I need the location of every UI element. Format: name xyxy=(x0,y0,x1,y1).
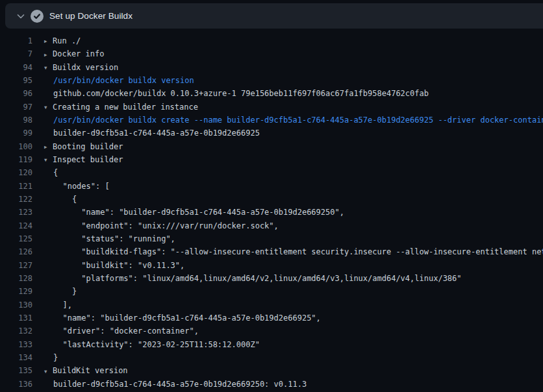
log-text: /usr/bin/docker buildx version xyxy=(53,76,194,85)
log-line: 96 github.com/docker/buildx 0.10.3+azure… xyxy=(0,87,543,100)
log-line: 128 "platforms": "linux/amd64,linux/amd6… xyxy=(0,272,543,285)
step-header[interactable]: Set up Docker Buildx xyxy=(5,3,543,29)
chevron-down-icon[interactable] xyxy=(16,11,26,21)
line-number[interactable]: 119 xyxy=(0,155,32,164)
log-text: "platforms": "linux/amd64,linux/amd64/v2… xyxy=(53,274,462,283)
check-circle-icon xyxy=(31,10,44,23)
step-title: Set up Docker Buildx xyxy=(49,11,133,21)
log-text: github.com/docker/buildx 0.10.3+azure-1 … xyxy=(53,89,429,98)
group-toggle[interactable]: ▶ Run ./ xyxy=(44,36,81,45)
log-line: 98 /usr/bin/docker buildx create --name … xyxy=(0,114,543,127)
group-toggle[interactable]: ▼ BuildKit version xyxy=(44,366,128,375)
log-line: 130 ], xyxy=(0,299,543,312)
line-number[interactable]: 132 xyxy=(0,326,32,336)
log-text: "name": "builder-d9cfb5a1-c764-445a-a57e… xyxy=(53,208,344,217)
log-text: "buildkit": "v0.11.3", xyxy=(53,261,184,270)
line-number[interactable]: 133 xyxy=(0,340,32,349)
log-line: 7 ▶ Docker info xyxy=(0,47,543,60)
line-number[interactable]: 130 xyxy=(0,300,32,310)
triangle-right-icon[interactable]: ▶ xyxy=(44,145,53,150)
log-text: BuildKit version xyxy=(53,366,128,375)
log-line: 136 builder-d9cfb5a1-c764-445a-a57e-0b19… xyxy=(0,378,543,391)
group-toggle[interactable]: ▼ Buildx version xyxy=(44,63,118,72)
line-number[interactable]: 121 xyxy=(0,182,32,191)
line-number[interactable]: 131 xyxy=(0,313,32,323)
triangle-down-icon[interactable]: ▼ xyxy=(44,158,53,163)
line-number[interactable]: 122 xyxy=(0,195,32,204)
log-text: Creating a new builder instance xyxy=(53,103,198,112)
log-line: 100 ▶ Booting builder xyxy=(0,140,543,153)
log-text: Booting builder xyxy=(53,142,123,151)
line-number[interactable]: 99 xyxy=(0,129,32,138)
log-text: Buildx version xyxy=(53,63,118,72)
log-line: 99 builder-d9cfb5a1-c764-445a-a57e-0b19d… xyxy=(0,127,543,140)
log-text: } xyxy=(53,353,58,362)
group-toggle[interactable]: ▼ Inspect builder xyxy=(44,155,123,164)
line-number[interactable]: 98 xyxy=(0,116,32,125)
line-number[interactable]: 97 xyxy=(0,103,32,112)
line-number[interactable]: 94 xyxy=(0,63,32,72)
line-number[interactable]: 125 xyxy=(0,234,32,243)
log-line: 134 } xyxy=(0,351,543,364)
actions-log-viewer: Set up Docker Buildx 1 ▶ Run ./ 7 ▶ Dock… xyxy=(0,0,543,392)
log-line: 123 "name": "builder-d9cfb5a1-c764-445a-… xyxy=(0,206,543,219)
triangle-right-icon[interactable]: ▶ xyxy=(44,39,53,44)
line-number[interactable]: 124 xyxy=(0,221,32,230)
line-number[interactable]: 128 xyxy=(0,274,32,283)
log-text: "buildkitd-flags": "--allow-insecure-ent… xyxy=(53,247,543,256)
log-line: 126 "buildkitd-flags": "--allow-insecure… xyxy=(0,245,543,258)
log-line: 131 "name": "builder-d9cfb5a1-c764-445a-… xyxy=(0,312,543,325)
log-text: "endpoint": "unix:///var/run/docker.sock… xyxy=(53,221,279,230)
log-text: Docker info xyxy=(53,49,104,58)
log-text: builder-d9cfb5a1-c764-445a-a57e-0b19d2e6… xyxy=(53,129,260,138)
log-line: 124 "endpoint": "unix:///var/run/docker.… xyxy=(0,219,543,232)
log-line: 127 "buildkit": "v0.11.3", xyxy=(0,259,543,272)
group-toggle[interactable]: ▶ Docker info xyxy=(44,49,104,58)
log-line: 122 { xyxy=(0,193,543,206)
log-text: } xyxy=(53,287,77,296)
group-toggle[interactable]: ▼ Creating a new builder instance xyxy=(44,103,198,112)
log-text: /usr/bin/docker buildx create --name bui… xyxy=(53,116,543,125)
log-text: "name": "builder-d9cfb5a1-c764-445a-a57e… xyxy=(53,313,321,323)
triangle-down-icon[interactable]: ▼ xyxy=(44,105,53,110)
log-line: 120 { xyxy=(0,166,543,179)
line-number[interactable]: 1 xyxy=(0,36,32,45)
log-text: "driver": "docker-container", xyxy=(53,326,199,336)
log-lines: 1 ▶ Run ./ 7 ▶ Docker info 94 ▼ Buildx v… xyxy=(0,34,543,392)
line-number[interactable]: 127 xyxy=(0,261,32,270)
triangle-right-icon[interactable]: ▶ xyxy=(44,52,53,57)
log-line: 1 ▶ Run ./ xyxy=(0,34,543,47)
line-number[interactable]: 134 xyxy=(0,353,32,362)
group-toggle[interactable]: ▶ Booting builder xyxy=(44,142,123,151)
line-number[interactable]: 120 xyxy=(0,168,32,177)
triangle-down-icon[interactable]: ▼ xyxy=(44,66,53,71)
log-text: "nodes": [ xyxy=(53,182,110,191)
log-line: 95 /usr/bin/docker buildx version xyxy=(0,74,543,87)
line-number[interactable]: 123 xyxy=(0,208,32,217)
line-number[interactable]: 95 xyxy=(0,76,32,85)
triangle-down-icon[interactable]: ▼ xyxy=(44,369,53,374)
log-line: 129 } xyxy=(0,285,543,298)
log-text: "lastActivity": "2023-02-25T11:58:12.000… xyxy=(53,340,260,349)
log-text: ], xyxy=(53,300,72,310)
line-number[interactable]: 7 xyxy=(0,49,32,58)
line-number[interactable]: 126 xyxy=(0,247,32,256)
line-number[interactable]: 100 xyxy=(0,142,32,151)
line-number[interactable]: 96 xyxy=(0,89,32,98)
log-line: 135 ▼ BuildKit version xyxy=(0,364,543,377)
log-line: 97 ▼ Creating a new builder instance xyxy=(0,101,543,114)
log-text: builder-d9cfb5a1-c764-445a-a57e-0b19d2e6… xyxy=(53,380,307,389)
log-line: 133 "lastActivity": "2023-02-25T11:58:12… xyxy=(0,338,543,351)
log-line: 121 "nodes": [ xyxy=(0,180,543,193)
line-number[interactable]: 135 xyxy=(0,366,32,375)
log-text: Run ./ xyxy=(53,36,81,45)
log-text: { xyxy=(53,168,58,177)
log-line: 119 ▼ Inspect builder xyxy=(0,153,543,166)
log-text: "status": "running", xyxy=(53,234,175,243)
log-text: { xyxy=(53,195,77,204)
log-line: 94 ▼ Buildx version xyxy=(0,61,543,74)
line-number[interactable]: 129 xyxy=(0,287,32,296)
log-line: 125 "status": "running", xyxy=(0,232,543,245)
line-number[interactable]: 136 xyxy=(0,380,32,389)
log-text: Inspect builder xyxy=(53,155,123,164)
